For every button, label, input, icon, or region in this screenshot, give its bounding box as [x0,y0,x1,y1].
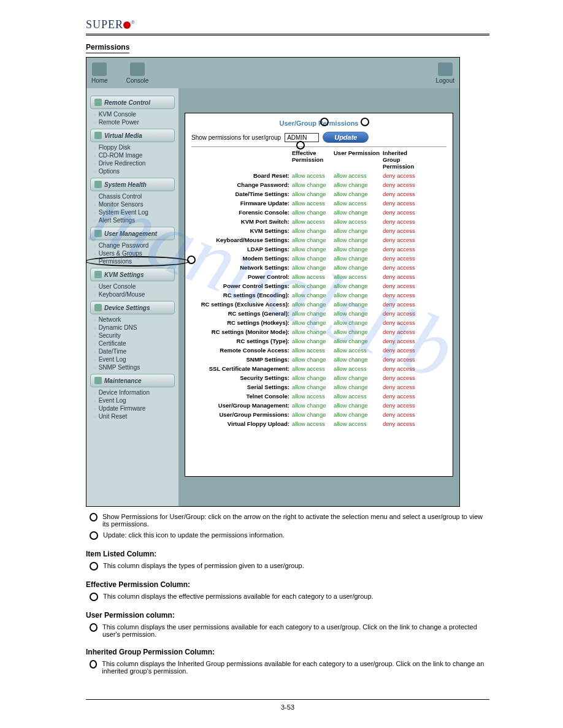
perm-user[interactable]: allow access [334,171,383,180]
perm-effective[interactable]: allow access [292,392,334,401]
sidebar-item[interactable]: Date/Time [86,347,178,355]
perm-user[interactable]: allow access [334,346,383,355]
sidebar-item[interactable]: Update Firmware [86,404,178,412]
perm-effective[interactable]: allow access [292,364,334,373]
perm-user[interactable]: allow change [334,226,383,235]
perm-user[interactable]: allow change [334,355,383,364]
perm-user[interactable]: allow change [334,180,383,189]
perm-user[interactable]: allow change [334,235,383,245]
perm-user[interactable]: allow change [334,373,383,382]
perm-inherited[interactable]: deny access [383,272,419,281]
perm-user[interactable]: allow access [334,199,383,208]
perm-user[interactable]: allow access [334,419,383,428]
perm-inherited[interactable]: deny access [383,263,419,272]
perm-effective[interactable]: allow change [292,226,334,235]
sidebar-item[interactable]: User Console [86,282,178,290]
perm-inherited[interactable]: deny access [383,254,419,263]
perm-user[interactable]: allow change [334,401,383,410]
perm-user[interactable]: allow access [334,217,383,226]
perm-effective[interactable]: allow change [292,382,334,392]
perm-user[interactable]: allow access [334,272,383,281]
perm-user[interactable]: allow change [334,281,383,290]
sidebar-item[interactable]: Drive Redirection [86,159,178,167]
home-button[interactable]: Home [91,63,108,84]
perm-effective[interactable]: allow change [292,180,334,189]
sidebar-item[interactable]: Permissions [86,257,178,265]
perm-inherited[interactable]: deny access [383,318,419,327]
perm-inherited[interactable]: deny access [383,327,419,336]
sidebar-item[interactable]: Monitor Sensors [86,200,178,208]
perm-effective[interactable]: allow change [292,290,334,300]
sidebar-item[interactable]: System Event Log [86,208,178,216]
perm-inherited[interactable]: deny access [383,208,419,217]
perm-inherited[interactable]: deny access [383,171,419,180]
perm-effective[interactable]: allow change [292,263,334,272]
perm-effective[interactable]: allow access [292,217,334,226]
sidebar-item[interactable]: Event Log [86,355,178,363]
perm-inherited[interactable]: deny access [383,392,419,401]
sidebar-item[interactable]: Dynamic DNS [86,324,178,332]
user-group-input[interactable] [285,133,319,142]
perm-effective[interactable]: allow change [292,281,334,290]
sidebar-item[interactable]: Chassis Control [86,192,178,200]
perm-user[interactable]: allow change [334,263,383,272]
sidebar-item[interactable]: Keyboard/Mouse [86,290,178,298]
perm-inherited[interactable]: deny access [383,401,419,410]
perm-effective[interactable]: allow change [292,309,334,318]
perm-user[interactable]: allow change [334,318,383,327]
perm-inherited[interactable]: deny access [383,199,419,208]
perm-effective[interactable]: allow change [292,189,334,199]
console-button[interactable]: Console [126,63,149,84]
perm-effective[interactable]: allow change [292,254,334,263]
sidebar-item[interactable]: Security [86,332,178,339]
perm-inherited[interactable]: deny access [383,180,419,189]
sidebar-item[interactable]: CD-ROM Image [86,151,178,159]
perm-inherited[interactable]: deny access [383,355,419,364]
perm-effective[interactable]: allow change [292,355,334,364]
perm-user[interactable]: allow change [334,327,383,336]
perm-effective[interactable]: allow access [292,199,334,208]
perm-user[interactable]: allow change [334,254,383,263]
perm-inherited[interactable]: deny access [383,217,419,226]
perm-user[interactable]: allow change [334,309,383,318]
sidebar-item[interactable]: Change Password [86,241,178,249]
perm-inherited[interactable]: deny access [383,410,419,419]
sidebar-item[interactable]: Floppy Disk [86,143,178,151]
perm-effective[interactable]: allow change [292,300,334,309]
sidebar-item[interactable]: Network [86,316,178,324]
sidebar-item[interactable]: Alert Settings [86,216,178,224]
perm-user[interactable]: allow change [334,245,383,254]
sidebar-item[interactable]: Unit Reset [86,412,178,420]
perm-inherited[interactable]: deny access [383,290,419,300]
perm-inherited[interactable]: deny access [383,245,419,254]
perm-inherited[interactable]: deny access [383,382,419,392]
perm-effective[interactable]: allow access [292,346,334,355]
sidebar-item[interactable]: Device Information [86,389,178,396]
sidebar-item[interactable]: Event Log [86,396,178,404]
perm-effective[interactable]: allow access [292,419,334,428]
perm-effective[interactable]: allow change [292,245,334,254]
perm-inherited[interactable]: deny access [383,300,419,309]
perm-inherited[interactable]: deny access [383,281,419,290]
perm-inherited[interactable]: deny access [383,336,419,346]
sidebar-item[interactable]: SNMP Settings [86,363,178,371]
perm-inherited[interactable]: deny access [383,226,419,235]
sidebar-item[interactable]: Remote Power [86,118,178,126]
perm-user[interactable]: allow change [334,336,383,346]
update-button[interactable]: Update [323,132,369,143]
sidebar-item[interactable]: Users & Groups [86,249,178,257]
perm-effective[interactable]: allow access [292,171,334,180]
perm-inherited[interactable]: deny access [383,309,419,318]
sidebar-item[interactable]: Certificate [86,339,178,347]
perm-inherited[interactable]: deny access [383,364,419,373]
perm-inherited[interactable]: deny access [383,419,419,428]
perm-user[interactable]: allow access [334,392,383,401]
perm-user[interactable]: allow change [334,382,383,392]
perm-effective[interactable]: allow change [292,373,334,382]
perm-user[interactable]: allow change [334,300,383,309]
perm-effective[interactable]: allow change [292,208,334,217]
perm-user[interactable]: allow change [334,208,383,217]
logout-button[interactable]: Logout [435,63,454,84]
perm-user[interactable]: allow change [334,189,383,199]
sidebar-item[interactable]: Options [86,167,178,175]
